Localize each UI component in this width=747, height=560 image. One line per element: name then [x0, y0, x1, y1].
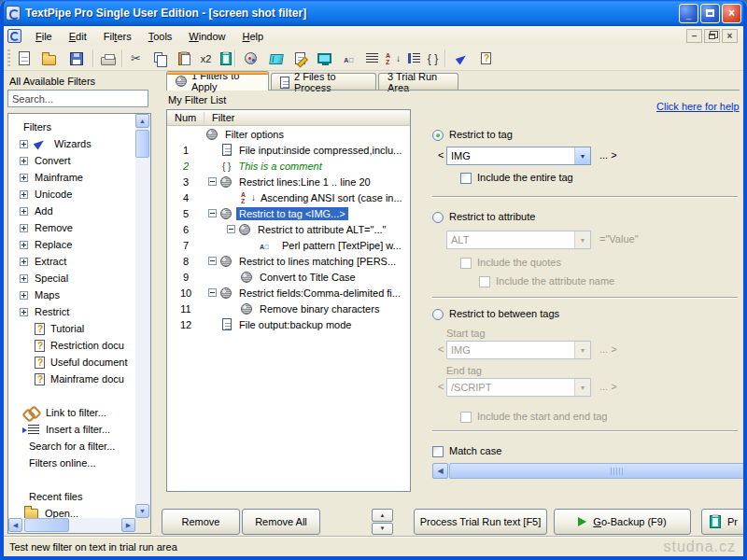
maximize-button[interactable]: [700, 4, 720, 23]
attribute-combobox[interactable]: ALT ▼: [446, 231, 591, 249]
filter-row[interactable]: 11 Remove binary characters: [167, 301, 410, 316]
filter-row[interactable]: 1 File input:inside compressed,inclu...: [167, 142, 410, 158]
copy-button[interactable]: [148, 48, 170, 69]
filter-row[interactable]: 6 Restrict to attribute ALT="...": [167, 221, 410, 237]
filter-options-button[interactable]: [240, 48, 261, 69]
restrict-between-tags-radio[interactable]: [432, 309, 444, 320]
column-filter[interactable]: Filter: [204, 112, 234, 123]
column-num[interactable]: Num: [167, 112, 204, 123]
minimize-button[interactable]: _: [679, 4, 698, 23]
expand-plus-icon[interactable]: [20, 274, 28, 283]
scroll-left-icon[interactable]: ◀: [8, 518, 22, 532]
menu-filters[interactable]: Filters: [95, 28, 140, 45]
scrollbar-thumb[interactable]: [449, 463, 747, 479]
tree-item-useful-doc[interactable]: Useful document: [8, 354, 135, 371]
tree-item-mainframe[interactable]: Mainframe: [8, 169, 135, 186]
wizard-button[interactable]: [265, 48, 287, 69]
filter-row[interactable]: 10 Restrict fields:Comma-delimited fi...: [167, 285, 410, 301]
tree-horizontal-scrollbar[interactable]: ◀ ▶: [8, 518, 135, 533]
cut-button[interactable]: [125, 48, 147, 69]
collapse-minus-icon[interactable]: [208, 257, 217, 265]
help-link[interactable]: Click here for help: [656, 101, 740, 112]
tree-item-extract[interactable]: Extract: [8, 253, 135, 270]
tree-item-mainframe-doc[interactable]: Mainframe docu: [8, 371, 135, 387]
tree-item-replace[interactable]: Replace: [8, 236, 135, 253]
restrict-to-tag-radio[interactable]: [432, 130, 444, 141]
move-up-icon[interactable]: ▲: [372, 509, 393, 522]
scroll-down-icon[interactable]: ▼: [135, 504, 149, 518]
expand-plus-icon[interactable]: [20, 291, 28, 300]
tree-item-convert[interactable]: Convert: [8, 152, 135, 169]
options-horizontal-scrollbar[interactable]: ◀: [432, 463, 747, 479]
close-button[interactable]: ×: [722, 4, 741, 23]
process-trial-run-button[interactable]: Process Trial Run text [F5]: [414, 509, 547, 535]
tree-item-wizards[interactable]: Wizards: [8, 135, 135, 152]
filter-row[interactable]: 7 Perl pattern [TextPipe] w...: [167, 237, 410, 253]
help-button[interactable]: [475, 48, 497, 69]
filters-online[interactable]: Filters online...: [8, 455, 135, 471]
menu-file[interactable]: File: [27, 28, 61, 45]
mdi-minimize-button[interactable]: –: [686, 29, 702, 43]
expand-plus-icon[interactable]: [20, 308, 28, 316]
filter-row-selected[interactable]: 5 Restrict to tag <IMG...>: [167, 205, 410, 221]
tree-item-restrict[interactable]: Restrict: [8, 303, 135, 320]
menu-help[interactable]: Help: [234, 28, 273, 45]
tab-files-to-process[interactable]: 2 Files to Process: [271, 73, 376, 91]
trial-run-button[interactable]: [314, 48, 335, 69]
search-for-filter[interactable]: Search for a filter...: [8, 438, 135, 455]
chevron-down-icon[interactable]: ▼: [574, 147, 590, 164]
tree-item-add[interactable]: Add: [8, 203, 135, 219]
remove-button[interactable]: Remove: [162, 509, 240, 535]
remove-all-button[interactable]: Remove All: [242, 509, 320, 535]
duplicate-button[interactable]: [195, 48, 217, 69]
scrollbar-thumb[interactable]: [135, 130, 149, 158]
restrict-to-attribute-radio[interactable]: [432, 212, 444, 223]
new-document-button[interactable]: [13, 48, 35, 69]
open-recent[interactable]: Open...: [8, 505, 135, 518]
collapse-minus-icon[interactable]: [208, 288, 217, 297]
tree-item-restriction-doc[interactable]: Restriction docu: [8, 337, 135, 354]
tree-root-filters[interactable]: Filters: [8, 119, 135, 135]
print-button[interactable]: [97, 48, 119, 69]
expand-plus-icon[interactable]: [20, 157, 28, 165]
tab-filters-to-apply[interactable]: 1 Filters to Apply: [166, 71, 269, 91]
scroll-up-icon[interactable]: ▲: [135, 114, 149, 128]
include-entire-tag-checkbox[interactable]: [460, 173, 472, 184]
tree-item-unicode[interactable]: Unicode: [8, 186, 135, 203]
collapse-minus-icon[interactable]: [208, 209, 217, 217]
sort-az-button[interactable]: [381, 48, 402, 69]
tree-item-special[interactable]: Special: [8, 270, 135, 287]
filter-row-comment[interactable]: 2 This is a comment: [167, 158, 410, 174]
save-button[interactable]: [65, 48, 87, 69]
expand-plus-icon[interactable]: [20, 140, 28, 148]
replace-button[interactable]: [338, 48, 359, 69]
expand-plus-icon[interactable]: [20, 190, 28, 199]
filter-row[interactable]: 4 Ascending ANSI sort (case in...: [167, 189, 410, 205]
toolbar-grip[interactable]: [7, 49, 10, 67]
menu-edit[interactable]: Edit: [61, 28, 95, 45]
expand-plus-icon[interactable]: [20, 258, 28, 266]
filter-row-options[interactable]: Filter options: [167, 126, 410, 142]
filter-row[interactable]: 9 Convert to Title Case: [167, 269, 410, 285]
document-system-icon[interactable]: [7, 29, 21, 43]
filter-row[interactable]: 12 File output:backup mode: [167, 316, 410, 332]
start-tag-combobox[interactable]: IMG ▼: [446, 341, 591, 359]
filter-row[interactable]: 8 Restrict to lines matching [PERS...: [167, 253, 410, 269]
paste-button[interactable]: [173, 48, 194, 69]
sort-lines-button[interactable]: [361, 48, 383, 69]
process-files-button[interactable]: Pr: [701, 509, 747, 535]
end-tag-combobox[interactable]: /SCRIPT ▼: [446, 378, 591, 397]
expand-plus-icon[interactable]: [20, 241, 28, 249]
tag-combobox[interactable]: IMG ▼: [446, 147, 591, 165]
tree-vertical-scrollbar[interactable]: ▲ ▼: [135, 114, 150, 518]
expand-plus-icon[interactable]: [20, 207, 28, 216]
tab-trial-run-area[interactable]: 3 Trial Run Area: [378, 73, 458, 91]
go-backup-button[interactable]: Go-Backup (F9): [554, 509, 691, 535]
scroll-right-icon[interactable]: ▶: [121, 518, 135, 532]
expand-plus-icon[interactable]: [20, 224, 28, 232]
match-case-checkbox[interactable]: [432, 446, 444, 457]
open-button[interactable]: [38, 48, 60, 69]
mdi-restore-button[interactable]: [704, 29, 720, 43]
menu-window[interactable]: Window: [180, 28, 233, 45]
insert-a-filter[interactable]: Insert a filter...: [8, 421, 135, 438]
